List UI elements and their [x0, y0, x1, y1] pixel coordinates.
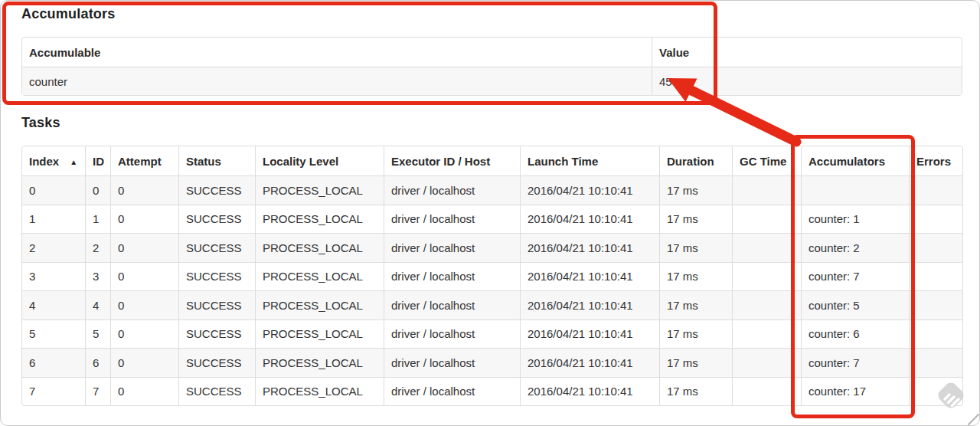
column-header-id[interactable]: ID: [85, 146, 110, 175]
column-header-index[interactable]: Index▲: [22, 146, 85, 175]
table-row: 220SUCCESSPROCESS_LOCALdriver / localhos…: [22, 233, 962, 262]
table-cell: [909, 320, 962, 349]
table-cell: driver / localhost: [384, 290, 520, 320]
table-cell: counter: 1: [801, 205, 909, 234]
table-cell: driver / localhost: [384, 262, 520, 291]
accumulators-summary-table: Accumulable Value counter45: [21, 37, 962, 96]
table-cell: 17 ms: [659, 348, 732, 377]
tasks-table: Index▲ ID Attempt Status Locality Level …: [21, 146, 963, 406]
column-header-gc-time[interactable]: GC Time: [732, 146, 801, 175]
table-cell: [909, 348, 962, 377]
table-cell: 2016/04/21 10:10:41: [520, 175, 659, 205]
table-cell: 6: [85, 348, 110, 377]
table-cell: [732, 233, 801, 262]
table-cell: 2016/04/21 10:10:41: [520, 205, 659, 234]
column-header-duration[interactable]: Duration: [659, 146, 732, 175]
table-row: 110SUCCESSPROCESS_LOCALdriver / localhos…: [22, 205, 962, 234]
table-cell: counter: 2: [801, 233, 909, 262]
column-header-label: GC Time: [740, 155, 786, 168]
table-cell: 17 ms: [659, 290, 732, 320]
table-cell: 2016/04/21 10:10:41: [520, 348, 659, 377]
column-header-launch-time[interactable]: Launch Time: [520, 146, 659, 175]
table-cell: 5: [85, 320, 110, 349]
table-cell: 45: [652, 67, 962, 95]
table-cell: driver / localhost: [384, 175, 520, 205]
table-cell: counter: [22, 67, 652, 95]
column-header-accumulators[interactable]: Accumulators: [801, 146, 909, 175]
table-cell: 6: [22, 348, 85, 377]
table-cell: [909, 290, 962, 320]
table-cell: 2: [22, 233, 85, 262]
table-cell: SUCCESS: [178, 262, 255, 291]
table-cell: PROCESS_LOCAL: [255, 377, 384, 406]
column-header-label: Launch Time: [528, 155, 598, 168]
column-header-value[interactable]: Value: [652, 38, 962, 67]
column-header-errors[interactable]: Errors: [909, 146, 962, 175]
table-cell: 0: [85, 175, 110, 205]
table-cell: SUCCESS: [178, 348, 255, 377]
table-cell: [909, 377, 962, 406]
table-cell: 4: [85, 290, 110, 320]
table-row: 770SUCCESSPROCESS_LOCALdriver / localhos…: [22, 377, 962, 406]
table-cell: SUCCESS: [178, 175, 255, 205]
table-cell: PROCESS_LOCAL: [255, 290, 384, 320]
table-cell: 0: [110, 377, 178, 406]
table-cell: 3: [22, 262, 85, 291]
table-cell: 0: [110, 320, 178, 349]
table-cell: 2016/04/21 10:10:41: [520, 320, 659, 349]
table-cell: SUCCESS: [178, 205, 255, 234]
column-header-label: Attempt: [118, 155, 162, 168]
table-cell: 17 ms: [659, 320, 732, 349]
table-cell: SUCCESS: [178, 233, 255, 262]
table-cell: 2016/04/21 10:10:41: [520, 377, 659, 406]
column-header-attempt[interactable]: Attempt: [110, 146, 178, 175]
table-cell: 17 ms: [659, 205, 732, 234]
table-cell: SUCCESS: [178, 320, 255, 349]
corner-resize-mark-icon: [966, 412, 980, 426]
table-cell: 1: [85, 205, 110, 234]
column-header-label: Locality Level: [263, 155, 338, 168]
column-header-locality-level[interactable]: Locality Level: [255, 146, 384, 175]
table-row: counter45: [22, 67, 962, 95]
table-cell: 0: [110, 233, 178, 262]
table-cell: 2016/04/21 10:10:41: [520, 233, 659, 262]
table-cell: 2: [85, 233, 110, 262]
table-cell: driver / localhost: [384, 348, 520, 377]
table-cell: 7: [22, 377, 85, 406]
table-cell: driver / localhost: [384, 233, 520, 262]
table-cell: [909, 175, 962, 205]
table-row: 330SUCCESSPROCESS_LOCALdriver / localhos…: [22, 262, 962, 291]
table-cell: 0: [110, 262, 178, 291]
column-header-label: Index: [29, 155, 59, 168]
column-header-label: Value: [659, 46, 689, 59]
table-cell: 0: [110, 175, 178, 205]
table-cell: [732, 290, 801, 320]
table-cell: 7: [85, 377, 110, 406]
table-cell: 2016/04/21 10:10:41: [520, 262, 659, 291]
table-header-row: Accumulable Value: [22, 38, 962, 67]
table-cell: SUCCESS: [178, 377, 255, 406]
table-cell: 4: [22, 290, 85, 320]
table-cell: counter: 17: [801, 377, 909, 406]
table-row: 660SUCCESSPROCESS_LOCALdriver / localhos…: [22, 348, 962, 377]
table-cell: 17 ms: [659, 233, 732, 262]
column-header-status[interactable]: Status: [178, 146, 255, 175]
table-cell: 17 ms: [659, 175, 732, 205]
table-cell: SUCCESS: [178, 290, 255, 320]
table-cell: driver / localhost: [384, 320, 520, 349]
table-cell: [732, 175, 801, 205]
table-cell: [732, 377, 801, 406]
table-cell: counter: 6: [801, 320, 909, 349]
table-cell: [909, 262, 962, 291]
table-cell: 3: [85, 262, 110, 291]
table-cell: 0: [110, 205, 178, 234]
column-header-label: Accumulators: [808, 155, 885, 168]
table-cell: 1: [22, 205, 85, 234]
column-header-accumulable[interactable]: Accumulable: [22, 38, 652, 67]
table-cell: counter: 7: [801, 348, 909, 377]
sort-ascending-icon: ▲: [70, 158, 77, 166]
column-header-executor-id-host[interactable]: Executor ID / Host: [384, 146, 520, 175]
column-header-label: ID: [93, 155, 104, 168]
table-cell: PROCESS_LOCAL: [255, 348, 384, 377]
table-row: 000SUCCESSPROCESS_LOCALdriver / localhos…: [22, 175, 962, 205]
